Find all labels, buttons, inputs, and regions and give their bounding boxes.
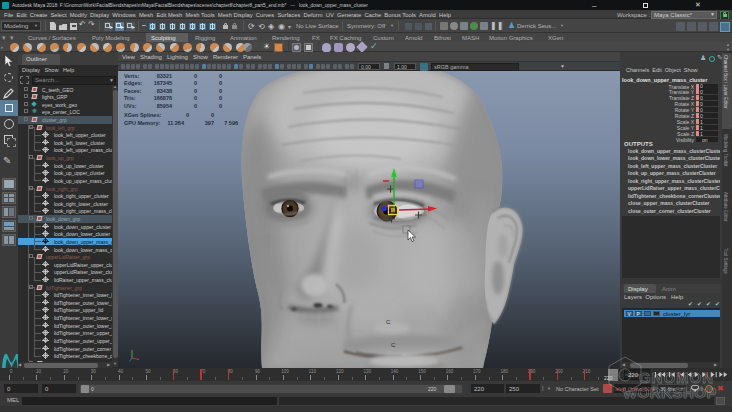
svg-text:C: C	[391, 342, 396, 348]
svg-text:C: C	[386, 319, 391, 325]
svg-text:persp: persp	[356, 358, 372, 364]
